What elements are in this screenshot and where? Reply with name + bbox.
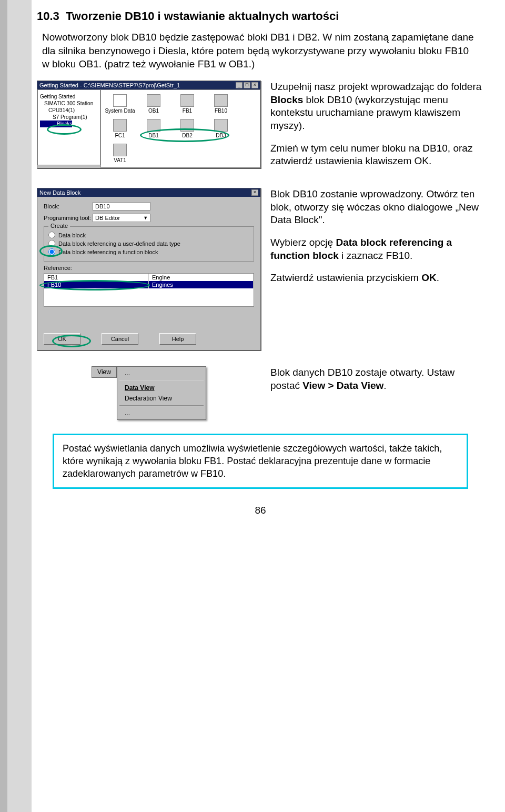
- close-icon[interactable]: ×: [251, 82, 258, 88]
- radio-db-udt[interactable]: Data block referencing a user-defined da…: [48, 240, 249, 247]
- page-sidebar: [0, 0, 32, 812]
- create-group: Create Data block Data block referencing…: [44, 226, 254, 262]
- block-icon[interactable]: System Data: [104, 94, 136, 114]
- tree-item-selected[interactable]: Blocks: [40, 121, 72, 127]
- desc-3: Blok danych DB10 zostaje otwarty. Ustaw …: [270, 366, 484, 420]
- window-title: Getting Started - C:\SIEMENS\STEP7\S7pro…: [39, 82, 180, 88]
- desc-1: Uzupełnij nasz projekt wprowadzając do f…: [270, 81, 484, 177]
- desc-2a: Blok DB10 zostanie wprowadzony. Otwórz t…: [270, 188, 484, 227]
- desc-1b: Zmień w tym celu numer bloku na DB10, or…: [270, 142, 484, 168]
- tree-item[interactable]: SIMATIC 300 Station: [40, 100, 98, 107]
- row-1: Getting Started - C:\SIEMENS\STEP7\S7pro…: [37, 81, 484, 177]
- block-icon[interactable]: FB1: [171, 94, 203, 114]
- desc-2c: Zatwierdź ustawienia przyciskiem OK.: [270, 272, 484, 285]
- cancel-button[interactable]: Cancel: [102, 333, 138, 345]
- info-note: Postać wyświetlania danych umożliwia wyś…: [53, 434, 468, 489]
- tree-item[interactable]: S7 Program(1): [40, 114, 98, 121]
- block-icon[interactable]: VAT1: [104, 144, 136, 163]
- dialog-titlebar: New Data Block ×: [37, 188, 260, 197]
- block-icon[interactable]: FC1: [104, 119, 136, 138]
- desc-3a: Blok danych DB10 zostaje otwarty. Ustaw …: [270, 366, 484, 392]
- dialog-title: New Data Block: [39, 189, 80, 196]
- block-icon[interactable]: DB3: [205, 119, 237, 138]
- menu-item[interactable]: ...: [117, 408, 206, 418]
- ok-button[interactable]: OK: [44, 333, 80, 345]
- block-value[interactable]: DB10: [93, 202, 150, 210]
- menu-separator: [119, 405, 204, 406]
- reference-label: Reference:: [44, 265, 254, 271]
- desc-2b: Wybierz opcję Data block referencing a f…: [270, 236, 484, 262]
- minimize-icon[interactable]: _: [236, 82, 243, 88]
- block-icon[interactable]: DB2: [171, 119, 203, 138]
- view-menu-box: View ... Data View Declaration View ...: [37, 366, 261, 420]
- menu-header[interactable]: View: [92, 366, 117, 378]
- reference-list[interactable]: FB1Engine FB10Engines: [44, 273, 254, 307]
- page-sidebar-inner: [7, 0, 32, 812]
- progtool-label: Programming tool:: [44, 215, 91, 221]
- row-3: View ... Data View Declaration View ... …: [37, 366, 484, 420]
- block-icon[interactable]: OB1: [138, 94, 169, 114]
- block-icon[interactable]: FB10: [205, 94, 237, 114]
- section-number: 10.3: [37, 9, 59, 23]
- new-data-block-dialog: New Data Block × Block: DB10 Programming…: [37, 188, 261, 350]
- intro-paragraph: Nowotworzony blok DB10 będzie zastępować…: [42, 31, 479, 71]
- close-icon[interactable]: ×: [251, 189, 258, 196]
- block-icon[interactable]: DB1: [138, 119, 169, 138]
- group-title: Create: [48, 223, 70, 229]
- chevron-down-icon: ▼: [143, 215, 148, 220]
- page-content: 10.3 Tworzenie DB10 i wstawianie aktualn…: [32, 0, 494, 516]
- radio-db-fb[interactable]: Data block referencing a function block: [48, 248, 249, 255]
- radio-data-block[interactable]: Data block: [48, 232, 249, 238]
- project-tree[interactable]: Getting Started SIMATIC 300 Station CPU3…: [37, 89, 100, 165]
- menu-item-declaration-view[interactable]: Declaration View: [117, 393, 206, 404]
- section-heading: 10.3 Tworzenie DB10 i wstawianie aktualn…: [37, 9, 484, 23]
- desc-1a: Uzupełnij nasz projekt wprowadzając do f…: [270, 81, 484, 133]
- menu-item[interactable]: ...: [117, 368, 206, 378]
- tree-item[interactable]: Getting Started: [40, 93, 98, 100]
- simatic-manager-window: Getting Started - C:\SIEMENS\STEP7\S7pro…: [37, 81, 261, 177]
- list-row: FB1Engine: [44, 274, 254, 281]
- icon-pane: System Data OB1 FB1 FB10 FC1 DB1 DB2 DB3: [100, 89, 260, 168]
- help-button[interactable]: Help: [159, 333, 196, 345]
- menu-item-data-view[interactable]: Data View: [117, 383, 206, 393]
- section-title: Tworzenie DB10 i wstawianie aktualnych w…: [66, 9, 339, 23]
- row-2: New Data Block × Block: DB10 Programming…: [37, 188, 484, 350]
- desc-2: Blok DB10 zostanie wprowadzony. Otwórz t…: [270, 188, 484, 350]
- menu-separator: [119, 380, 204, 381]
- progtool-select[interactable]: DB Editor ▼: [93, 214, 150, 222]
- block-label: Block:: [44, 203, 91, 209]
- view-dropdown: ... Data View Declaration View ...: [117, 366, 206, 420]
- list-row-selected: FB10Engines: [44, 281, 254, 288]
- maximize-icon[interactable]: □: [244, 82, 250, 88]
- window-titlebar: Getting Started - C:\SIEMENS\STEP7\S7pro…: [37, 81, 260, 89]
- page-number: 86: [37, 505, 484, 516]
- tree-item[interactable]: CPU314(1): [40, 107, 98, 114]
